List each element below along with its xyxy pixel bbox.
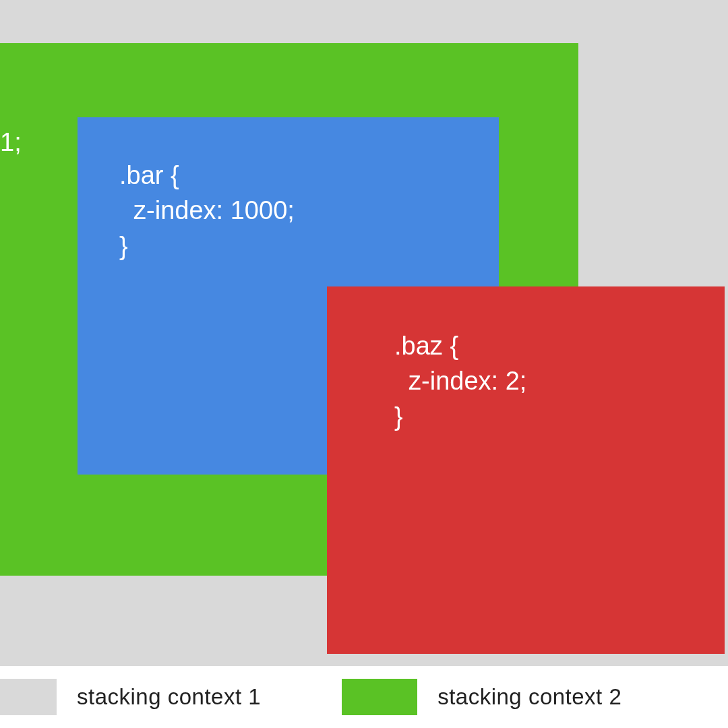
legend: stacking context 1 stacking context 2 [0,666,728,728]
legend-swatch-green [342,679,417,715]
legend-item-1: stacking context 1 [0,679,261,715]
baz-box: .baz { z-index: 2; } [327,286,725,654]
legend-swatch-gray [0,679,57,715]
bar-code-text: .bar { z-index: 1000; } [119,158,295,264]
legend-label-2: stacking context 2 [437,684,621,710]
baz-code-text: .baz { z-index: 2; } [394,328,526,434]
legend-label-1: stacking context 1 [77,684,261,710]
foo-code-text: 1; [0,128,22,157]
legend-item-2: stacking context 2 [342,679,621,715]
